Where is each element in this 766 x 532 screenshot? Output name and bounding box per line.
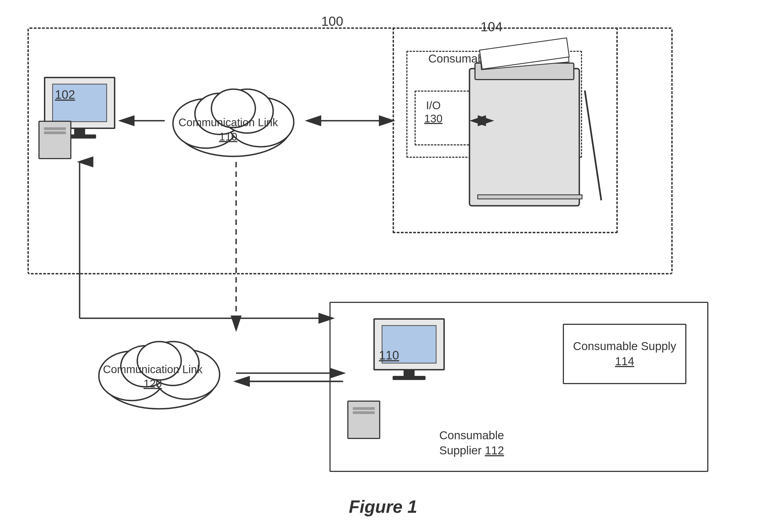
tower-disk-110-1 [353,407,375,410]
monitor-110 [373,318,445,370]
label-comm-120: Communication Link120 [103,362,202,391]
label-110: 110 [379,348,399,362]
label-102: 102 [55,88,75,102]
printer-illustration [453,36,612,236]
label-io-130: I/O130 [424,99,443,125]
svg-rect-12 [470,69,579,206]
figure-caption: Figure 1 [0,497,766,517]
monitor-stand-102 [74,129,85,134]
tower-disk-1 [44,127,66,130]
label-supply-114: Consumable Supply114 [573,339,676,369]
label-100: 100 [321,14,343,29]
computer-110 [343,318,475,439]
label-comm-110: Communication Link110 [178,115,278,144]
diagram: 100 104 Consumable 134 I/O130 System132 … [0,0,766,532]
monitor-base-110 [393,376,426,380]
svg-rect-17 [478,195,582,199]
computer-102 [36,77,123,159]
computer-tower-110 [347,401,380,439]
svg-line-16 [585,91,601,200]
tower-disk-110-2 [353,411,375,414]
computer-tower-102 [38,121,71,159]
monitor-stand-110 [404,370,415,376]
tower-disk-2 [44,131,66,134]
label-supplier-112: ConsumableSupplier 112 [439,428,504,458]
supply-114-box: Consumable Supply114 [563,324,686,384]
